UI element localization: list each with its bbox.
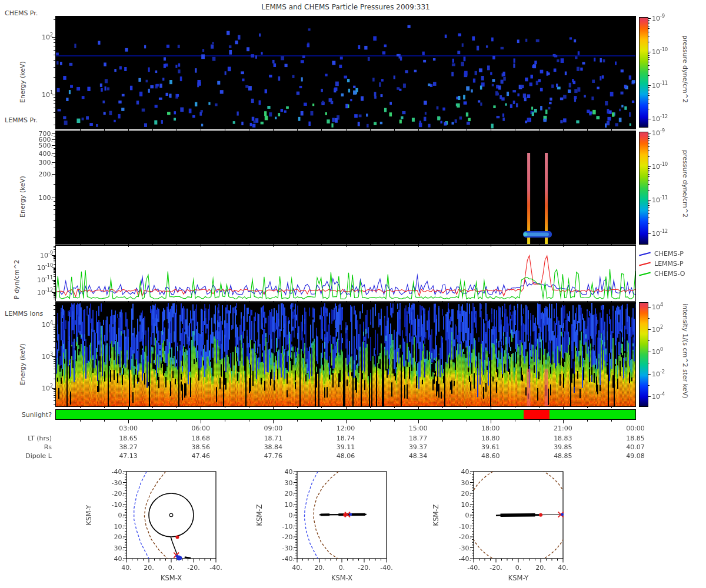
colorbar-minor-tick xyxy=(648,54,650,54)
colorbar-minor-tick xyxy=(648,109,650,109)
y-axis-tick xyxy=(54,256,55,257)
x-axis-tick xyxy=(563,244,564,247)
y-axis-tick xyxy=(54,97,55,98)
y-axis-tick xyxy=(54,328,55,328)
y-axis-tick xyxy=(54,286,55,287)
x-axis-tick xyxy=(273,244,274,247)
colorbar-minor-tick xyxy=(648,28,650,29)
x-axis-tick xyxy=(176,301,177,303)
x-axis-tick xyxy=(611,244,612,246)
colorbar-minor-tick xyxy=(648,135,650,135)
x-axis-tick xyxy=(587,301,588,303)
x-axis-tick xyxy=(80,129,81,131)
colorbar-minor-tick xyxy=(648,103,650,103)
orbit-ytick-label: -30. xyxy=(459,544,471,552)
y-axis-tick xyxy=(54,112,55,113)
x-axis-tick xyxy=(346,129,347,132)
orbit-xlabel: KSM-Y xyxy=(508,574,530,582)
blue-dot-marker xyxy=(178,557,181,561)
y-axis-tick xyxy=(54,252,55,252)
y-axis-tick xyxy=(54,60,55,61)
x-axis-tick xyxy=(104,129,105,131)
x-axis-tick xyxy=(418,129,419,132)
y-axis-tick xyxy=(54,393,55,393)
y-axis-tick xyxy=(54,46,55,46)
x-axis-tick xyxy=(152,406,153,408)
orbit-ytick-label: 20. xyxy=(285,490,295,497)
colorbar-minor-tick xyxy=(648,184,650,185)
x-axis-tick xyxy=(80,301,81,303)
x-axis-tick xyxy=(587,406,588,408)
x-axis-tick xyxy=(370,244,371,246)
p4-ytick-label: 104 xyxy=(42,320,53,329)
x-axis-tick xyxy=(201,129,201,132)
colorbar-tick xyxy=(648,233,651,234)
colorbar-minor-tick xyxy=(648,91,650,91)
x-axis-tick xyxy=(346,244,347,247)
axis-row-value: 18.80 xyxy=(473,435,508,442)
axis-row-value: 48.85 xyxy=(545,452,581,460)
orbit-xtick-label: 40. xyxy=(121,564,132,572)
y-axis-tick xyxy=(54,274,55,275)
x-axis-tick xyxy=(515,301,515,303)
orbit-xtick-label: 20. xyxy=(144,564,154,572)
colorbar-tick-label: 10-4 xyxy=(652,392,665,400)
y-axis-tick xyxy=(54,136,55,136)
colorbar-tick-label: 10-2 xyxy=(652,369,665,378)
orbit-xtick-label: 40. xyxy=(292,564,302,572)
x-axis-tick xyxy=(442,406,443,408)
y-axis-tick xyxy=(54,309,55,310)
colorbar-minor-tick xyxy=(648,223,650,224)
y-axis-tick xyxy=(54,118,55,118)
y-axis-tick xyxy=(54,285,55,285)
axis-row-label: Dipole L xyxy=(25,452,52,460)
y-axis-tick xyxy=(54,269,55,270)
x-axis-tick xyxy=(467,244,467,246)
x-axis-tick xyxy=(418,419,419,423)
y-axis-tick xyxy=(54,55,55,55)
axis-row-value: 18.77 xyxy=(401,435,436,442)
orbit-ytick-label: -20. xyxy=(112,490,124,497)
colorbar-tick xyxy=(648,133,651,133)
x-axis-tick xyxy=(225,301,225,303)
time-tick-label: 03:00 xyxy=(111,425,146,432)
orbit-ytick-label: 0. xyxy=(289,512,295,519)
orbit-xtick-label: 0. xyxy=(339,564,345,572)
colorbar-tick xyxy=(648,352,651,352)
orbit-ytick-label: -20. xyxy=(459,533,471,541)
y-axis-tick xyxy=(54,67,55,68)
x-axis-tick xyxy=(442,129,443,131)
p2-ytick-label: 200. xyxy=(39,171,54,178)
x-axis-tick xyxy=(152,419,153,422)
x-axis-tick xyxy=(152,301,153,303)
colorbar-minor-tick xyxy=(648,75,650,76)
orbit-xlabel: KSM-X xyxy=(331,574,352,582)
x-axis-tick xyxy=(225,419,225,422)
orbit-plot-ksmx-ksmz: 40.30.20.10.0.-10.-20.-30.-40.40.20.0.-2… xyxy=(238,467,385,588)
x-axis-tick xyxy=(370,129,371,131)
colorbar-minor-tick xyxy=(648,87,650,88)
x-axis-tick xyxy=(80,244,81,246)
x-axis-tick xyxy=(297,406,298,408)
x-axis-tick xyxy=(297,129,298,131)
time-tick-label: 12:00 xyxy=(328,425,364,432)
orbit-ytick-label: -40. xyxy=(112,468,124,476)
colorbar-minor-tick xyxy=(648,176,650,177)
y-axis-tick xyxy=(54,246,55,247)
y-axis-tick xyxy=(54,326,55,326)
orbit-xtick-label: -20. xyxy=(489,564,502,572)
axis-row-value: 39.85 xyxy=(545,443,581,451)
colorbar-minor-tick xyxy=(648,136,650,137)
x-axis-tick xyxy=(515,244,515,246)
legend-label: CHEMS-P xyxy=(654,250,684,258)
x-axis-tick xyxy=(491,406,491,409)
colorbar-minor-tick xyxy=(648,363,650,363)
y-axis-tick xyxy=(54,363,55,364)
y-axis-tick xyxy=(54,42,55,43)
y-axis-tick xyxy=(54,249,55,250)
colorbar-tick-label: 10-12 xyxy=(652,229,668,238)
y-axis-tick xyxy=(54,215,55,215)
axis-row-value: 18.74 xyxy=(328,435,364,442)
colorbar-tick xyxy=(648,166,651,167)
y-axis-tick xyxy=(54,271,55,272)
